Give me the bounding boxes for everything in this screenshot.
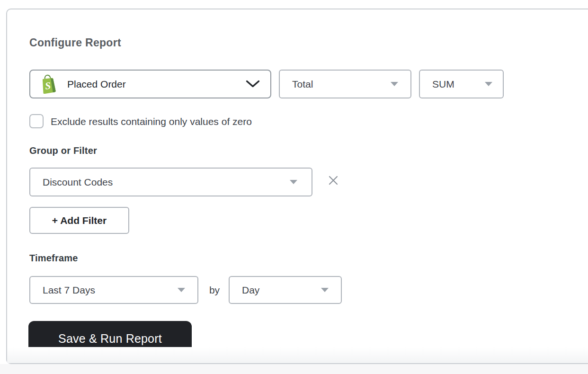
dimension-select[interactable]: Discount Codes: [29, 168, 312, 196]
by-label: by: [206, 276, 223, 304]
caret-down-icon: [391, 82, 398, 86]
shopify-bag-icon: S: [40, 74, 57, 94]
page-title: Configure Report: [29, 36, 121, 49]
x-icon: [328, 175, 339, 186]
dimension-select-value: Discount Codes: [30, 177, 113, 188]
timeframe-range-select[interactable]: Last 7 Days: [29, 276, 198, 304]
metric-select[interactable]: S Placed Order: [29, 70, 271, 98]
caret-down-icon: [321, 288, 329, 292]
exclude-zero-label: Exclude results containing only values o…: [51, 114, 252, 128]
caret-down-icon: [178, 288, 185, 292]
configure-report-panel: Configure Report S Placed Order Total SU…: [6, 9, 588, 364]
add-filter-button[interactable]: + Add Filter: [29, 207, 129, 234]
measurement-select[interactable]: Total: [279, 70, 411, 98]
aggregation-select[interactable]: SUM: [419, 70, 504, 98]
timeframe-interval-select[interactable]: Day: [229, 276, 342, 304]
timeframe-interval-value: Day: [230, 285, 259, 296]
exclude-zero-checkbox[interactable]: [29, 114, 44, 128]
page-background-strip: [0, 364, 588, 374]
svg-text:S: S: [45, 80, 51, 92]
metric-select-value: Placed Order: [67, 79, 126, 90]
group-or-filter-label: Group or Filter: [29, 145, 97, 156]
caret-down-icon: [485, 82, 492, 86]
chevron-down-icon: [246, 80, 260, 88]
caret-down-icon: [290, 180, 297, 184]
remove-filter-button[interactable]: [327, 174, 339, 187]
timeframe-range-value: Last 7 Days: [30, 285, 95, 296]
aggregation-select-value: SUM: [420, 79, 454, 90]
timeframe-label: Timeframe: [29, 253, 78, 264]
measurement-select-value: Total: [280, 79, 313, 90]
save-run-report-button[interactable]: Save & Run Report: [28, 321, 192, 356]
